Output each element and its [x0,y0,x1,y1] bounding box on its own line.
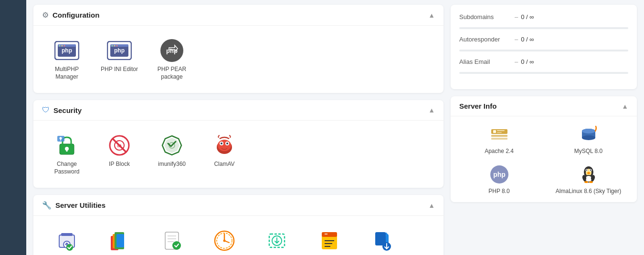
alias-email-value: 0 / ∞ [521,58,534,65]
clamav-item[interactable]: ClamAV [201,129,248,179]
server-utilities-title: Server Utilities [55,201,106,209]
autoresponder-row: Autoresponder – 0 / ∞ [459,36,628,43]
error-log-item[interactable]: Error Log [306,224,353,255]
svg-text:IP: IP [117,143,122,148]
imunify360-label: imunify360 [158,161,186,168]
gear-icon: ⚙ [42,10,49,20]
download-log-item[interactable]: Download Log [358,224,406,255]
php-item: php PHP 8.0 [459,164,539,194]
linux-icon [578,164,599,185]
mysql-item: MySQL 8.0 [549,124,628,154]
server-utilities-header-left: 🔧 Server Utilities [42,201,106,210]
configuration-collapse-icon[interactable]: ▲ [428,11,435,19]
server-info-card: Server Info ▲ [451,96,637,202]
clamav-icon [212,133,237,158]
svg-rect-78 [491,135,507,137]
svg-rect-3 [58,44,76,47]
alias-email-row: Alias Email – 0 / ∞ [459,58,628,65]
sidebar [0,0,26,255]
mysql-icon [578,124,599,145]
multiphp-manager-item[interactable]: php MultiPHP Manager [43,34,91,84]
svg-rect-79 [491,138,507,140]
php-pear-package-label: PHP PEAR package [150,66,193,81]
svg-rect-18 [66,149,68,152]
svg-point-13 [116,45,118,47]
imunify360-icon [159,133,184,158]
alias-email-dash: – [515,58,518,65]
subdomains-bar [459,27,628,29]
ip-block-label: IP Block [109,161,130,168]
mysql-label: MySQL 8.0 [574,148,603,154]
autoresponder-dash: – [515,36,518,43]
change-password-item[interactable]: Change Password [43,129,91,179]
svg-rect-43 [116,234,124,247]
svg-rect-10 [110,44,128,47]
autoresponder-bar [459,50,628,51]
server-utilities-header: 🔧 Server Utilities ▲ [33,195,443,216]
svg-rect-57 [322,232,337,237]
subdomains-label: Subdomains [459,13,512,20]
svg-rect-36 [61,233,73,236]
main-content: ⚙ Configuration ▲ php [26,0,644,255]
svg-point-33 [221,143,222,144]
configuration-header: ⚙ Configuration ▲ [33,5,443,26]
server-info-title: Server Info [459,102,496,110]
backup-item[interactable]: Backup [43,224,91,255]
svg-point-11 [112,45,113,47]
backup-icon [54,228,79,253]
php-pear-package-item[interactable]: php PHP PEAR package [148,34,196,84]
import-from-cpanel-item[interactable]: Import From cPanel [253,224,301,255]
svg-point-93 [586,170,587,171]
svg-point-86 [582,129,595,133]
import-from-cpanel-icon [264,228,289,253]
left-panel: ⚙ Configuration ▲ php [33,5,443,255]
server-utilities-collapse-icon[interactable]: ▲ [428,202,435,209]
server-info-collapse-icon[interactable]: ▲ [622,102,628,110]
server-info-body: Apache 2.4 MySQL 8.0 [451,116,637,202]
security-section: 🛡 Security ▲ [33,100,443,188]
alias-email-bar [459,72,628,74]
security-header: 🛡 Security ▲ [33,100,443,121]
svg-text:php: php [62,47,72,54]
php-ini-editor-icon: php [107,38,132,63]
svg-point-94 [590,170,591,171]
server-utilities-section: 🔧 Server Utilities ▲ [33,195,443,255]
file-manager-icon [107,228,132,253]
svg-point-85 [582,135,595,140]
configuration-title: Configuration [53,11,99,19]
file-manager-item[interactable]: File Manager [95,224,143,255]
security-collapse-icon[interactable]: ▲ [428,106,435,114]
cron-job-item[interactable]: Cron Job [201,224,248,255]
stats-card: Subdomains – 0 / ∞ Autoresponder – 0 / ∞… [451,5,637,89]
alias-email-label: Alias Email [459,58,512,65]
svg-point-95 [587,172,590,174]
php-ini-editor-item[interactable]: php PHP INI Editor [95,34,143,84]
autoresponder-label: Autoresponder [459,36,512,43]
php-pear-package-icon: php [159,38,184,63]
multiphp-manager-icon: php [54,38,79,63]
ip-block-item[interactable]: IP IP Block [95,129,143,179]
server-utilities-body: Backup File Manager [33,216,443,255]
php-label: PHP 8.0 [488,188,509,194]
php-ini-editor-label: PHP INI Editor [101,66,138,73]
svg-point-12 [114,45,116,47]
subdomains-row: Subdomains – 0 / ∞ [459,13,628,20]
svg-rect-81 [497,130,505,131]
security-header-left: 🛡 Security [42,106,82,114]
clamav-label: ClamAV [214,161,234,168]
login-logs-item[interactable]: Login Logs [148,224,196,255]
change-password-label: Change Password [45,161,88,175]
imunify360-item[interactable]: imunify360 [148,129,196,179]
ip-block-icon: IP [107,133,132,158]
right-panel: Subdomains – 0 / ∞ Autoresponder – 0 / ∞… [451,5,637,255]
subdomains-dash: – [515,13,518,20]
svg-point-6 [64,45,65,47]
change-password-icon [54,133,79,158]
apache-icon [489,124,510,145]
apache-label: Apache 2.4 [485,148,514,154]
apache-item: Apache 2.4 [459,124,539,154]
svg-point-53 [223,240,226,242]
configuration-body: php MultiPHP Manager [33,26,443,93]
php-icon: php [489,164,510,185]
svg-rect-82 [497,132,502,133]
